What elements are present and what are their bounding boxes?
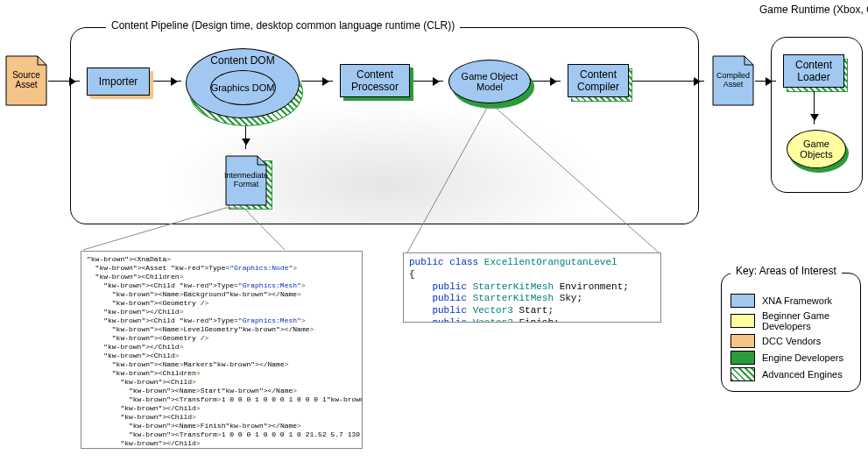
content-compiler-box: Content Compiler [568, 64, 629, 97]
importer-label: Importer [99, 75, 138, 88]
source-asset-label: Source Asset [4, 70, 48, 89]
arrow-1 [48, 81, 80, 82]
content-dom-ellipse: Content DOM Graphics DOM [186, 48, 300, 118]
content-loader-box: Content Loader [783, 54, 844, 88]
legend-item: Beginner Game Developers [730, 310, 851, 331]
legend-swatch [730, 334, 755, 348]
legend-item: Advanced Engines [730, 367, 851, 381]
content-processor-label: Content Processor [346, 68, 404, 93]
arrow-dom-down [245, 126, 246, 149]
content-compiler-label: Content Compiler [574, 68, 623, 93]
importer-box: Importer [87, 68, 150, 96]
graphics-dom-label: Graphics DOM [211, 82, 275, 93]
legend-swatch [730, 314, 755, 328]
content-loader-label: Content Loader [789, 59, 838, 83]
source-asset-doc: Source Asset [4, 54, 48, 107]
legend-swatch [730, 294, 755, 308]
legend-item: Engine Developers [730, 351, 851, 365]
legend-label: Beginner Game Developers [762, 310, 851, 331]
legend-item: DCC Vendors [730, 334, 851, 348]
intermediate-format-label: Intermediate Format [224, 172, 268, 189]
legend-swatch [730, 351, 755, 365]
arrow-loader-down [814, 91, 815, 124]
legend-label: XNA Framework [762, 295, 832, 306]
legend-group: Key: Areas of Interest XNA FrameworkBegi… [721, 273, 861, 392]
game-objects-label: Game Objects [787, 139, 845, 160]
legend-swatch [730, 367, 755, 381]
legend-label: Engine Developers [762, 352, 843, 363]
xml-code-box: "kw-brown"><XnaData> "kw-brown"><Asset "… [81, 251, 363, 449]
game-objects-ellipse: Game Objects [787, 130, 846, 168]
arrow-5 [533, 81, 561, 82]
arrow-7 [755, 81, 776, 82]
compiled-asset-doc: Compiled Asset [711, 54, 755, 107]
arrow-6 [632, 81, 704, 82]
game-runtime-title: Game Runtime (Xbox, Compact Framework) [754, 4, 868, 17]
intermediate-format-doc: Intermediate Format [224, 154, 268, 207]
legend-label: Advanced Engines [762, 369, 843, 380]
content-pipeline-title: Content Pipeline (Design time, desktop c… [106, 19, 460, 32]
arrow-3 [301, 81, 333, 82]
game-object-model-label: Game Object Model [449, 71, 530, 92]
legend-title: Key: Areas of Interest [730, 265, 842, 277]
cs-code-box: public class ExcellentOrangutanLevel { p… [403, 252, 661, 323]
arrow-4 [413, 81, 443, 82]
content-dom-label: Content DOM [210, 54, 274, 67]
callout-cs [403, 105, 666, 256]
graphics-dom-ellipse: Graphics DOM [210, 70, 276, 105]
arrow-2 [153, 81, 181, 82]
compiled-asset-label: Compiled Asset [711, 72, 755, 89]
content-processor-box: Content Processor [340, 64, 410, 97]
callout-xml [79, 206, 289, 254]
game-object-model-ellipse: Game Object Model [448, 60, 531, 103]
legend-label: DCC Vendors [762, 336, 821, 346]
legend-item: XNA Framework [730, 294, 851, 308]
